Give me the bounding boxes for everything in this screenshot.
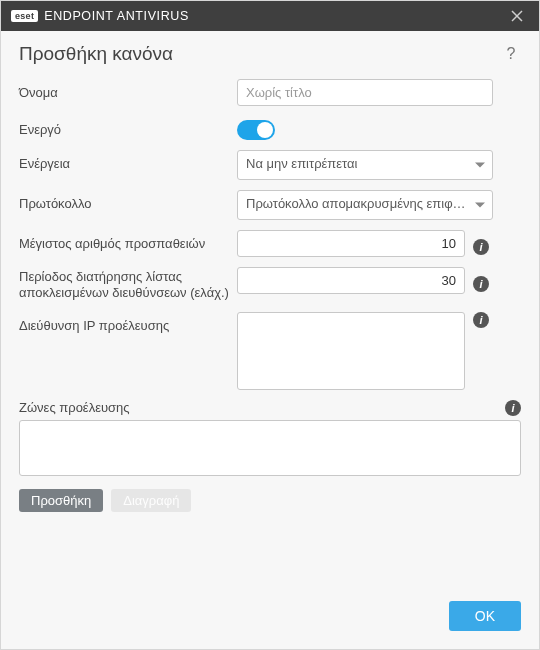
label-enabled: Ενεργό bbox=[19, 116, 237, 138]
row-block-retain: Περίοδος διατήρησης λίστας αποκλεισμένων… bbox=[19, 267, 521, 302]
info-icon[interactable]: i bbox=[473, 312, 489, 328]
name-input[interactable] bbox=[237, 79, 493, 106]
row-name: Όνομα bbox=[19, 79, 521, 106]
label-action: Ενέργεια bbox=[19, 150, 237, 172]
label-max-attempts: Μέγιστος αριθμός προσπαθειών bbox=[19, 230, 237, 252]
source-zones-textarea[interactable] bbox=[19, 420, 521, 476]
label-source-ip: Διεύθυνση IP προέλευσης bbox=[19, 312, 237, 334]
close-button[interactable] bbox=[503, 2, 531, 30]
dialog-window: eset ENDPOINT ANTIVIRUS Προσθήκη κανόνα … bbox=[0, 0, 540, 650]
label-block-retain: Περίοδος διατήρησης λίστας αποκλεισμένων… bbox=[19, 267, 237, 302]
delete-button: Διαγραφή bbox=[111, 489, 191, 512]
row-protocol: Πρωτόκολλο Πρωτόκολλο απομακρυσμένης επι… bbox=[19, 190, 521, 220]
info-icon[interactable]: i bbox=[505, 400, 521, 416]
action-select[interactable]: Να μην επιτρέπεται bbox=[237, 150, 493, 180]
help-button[interactable]: ? bbox=[501, 45, 521, 63]
row-max-attempts: Μέγιστος αριθμός προσπαθειών i bbox=[19, 230, 521, 257]
toggle-knob bbox=[257, 122, 273, 138]
row-enabled: Ενεργό bbox=[19, 116, 521, 140]
titlebar: eset ENDPOINT ANTIVIRUS bbox=[1, 1, 539, 31]
add-button[interactable]: Προσθήκη bbox=[19, 489, 103, 512]
label-name: Όνομα bbox=[19, 79, 237, 101]
dialog-footer: OK bbox=[1, 589, 539, 649]
info-icon[interactable]: i bbox=[473, 239, 489, 255]
protocol-select[interactable]: Πρωτόκολλο απομακρυσμένης επιφ… bbox=[237, 190, 493, 220]
source-ip-textarea[interactable] bbox=[237, 312, 465, 390]
row-source-zones-header: Ζώνες προέλευσης i bbox=[19, 400, 521, 416]
zones-buttons: Προσθήκη Διαγραφή bbox=[19, 489, 521, 512]
enabled-toggle[interactable] bbox=[237, 120, 275, 140]
row-source-ip: Διεύθυνση IP προέλευσης i bbox=[19, 312, 521, 390]
label-protocol: Πρωτόκολλο bbox=[19, 190, 237, 212]
row-action: Ενέργεια Να μην επιτρέπεται bbox=[19, 150, 521, 180]
brand-badge: eset bbox=[11, 10, 38, 22]
info-icon[interactable]: i bbox=[473, 276, 489, 292]
heading-row: Προσθήκη κανόνα ? bbox=[19, 43, 521, 65]
block-retain-input[interactable] bbox=[237, 267, 465, 294]
ok-button[interactable]: OK bbox=[449, 601, 521, 631]
product-name: ENDPOINT ANTIVIRUS bbox=[44, 9, 189, 23]
max-attempts-input[interactable] bbox=[237, 230, 465, 257]
dialog-heading: Προσθήκη κανόνα bbox=[19, 43, 501, 65]
label-source-zones: Ζώνες προέλευσης bbox=[19, 400, 505, 415]
dialog-content: Προσθήκη κανόνα ? Όνομα Ενεργό Ενέργεια … bbox=[1, 31, 539, 589]
close-icon bbox=[511, 10, 523, 22]
